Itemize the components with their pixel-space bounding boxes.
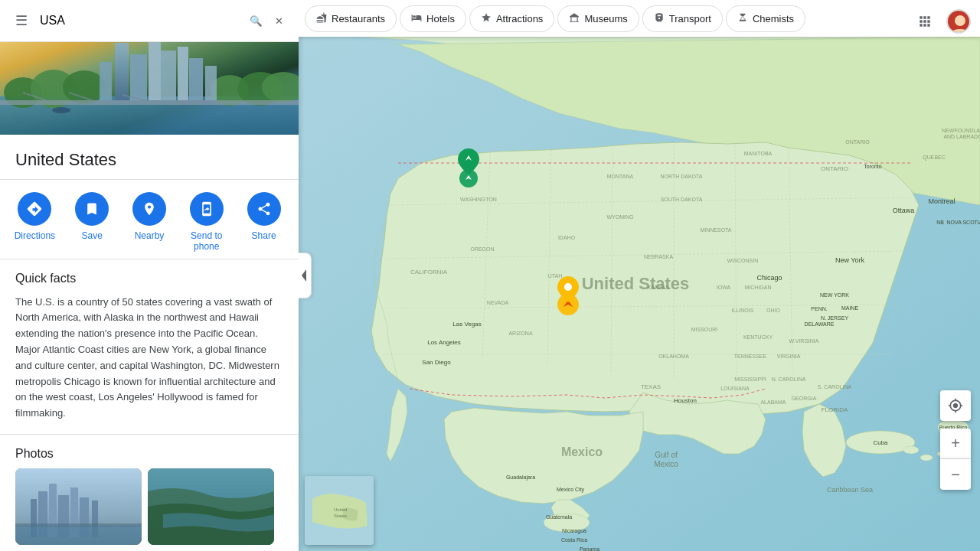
svg-text:KENTUCKY: KENTUCKY <box>743 334 773 340</box>
svg-text:OKLAHOMA: OKLAHOMA <box>658 354 689 359</box>
share-icon <box>256 201 272 217</box>
svg-text:United: United <box>334 507 347 512</box>
chemists-tab-label: Chemists <box>753 13 794 24</box>
svg-rect-15 <box>0 100 299 105</box>
svg-text:CALIFORNIA: CALIFORNIA <box>410 269 448 276</box>
svg-text:Guadalajara: Guadalajara <box>506 474 535 481</box>
menu-icon: ☰ <box>15 12 28 29</box>
tab-hotels[interactable]: Hotels <box>400 5 466 32</box>
svg-text:Las Vegas: Las Vegas <box>452 321 481 328</box>
svg-text:Gulf of: Gulf of <box>655 451 678 459</box>
svg-text:NEBRASKA: NEBRASKA <box>644 254 673 259</box>
share-icon-circle <box>247 192 281 226</box>
svg-text:Chicago: Chicago <box>756 274 782 282</box>
svg-text:VIRGINIA: VIRGINIA <box>777 354 801 359</box>
search-button[interactable]: 🔍 <box>243 9 269 33</box>
svg-text:Caribbean Sea: Caribbean Sea <box>827 486 873 494</box>
svg-text:NORTH DAKOTA: NORTH DAKOTA <box>661 174 703 179</box>
tab-restaurants[interactable]: Restaurants <box>305 5 397 32</box>
photo-thumb-2[interactable] <box>148 468 274 545</box>
send-to-phone-icon-circle <box>190 192 224 226</box>
tab-attractions[interactable]: Attractions <box>469 5 554 32</box>
zoom-in-button[interactable]: + <box>940 429 971 459</box>
locate-icon <box>948 398 963 413</box>
svg-text:Toronto: Toronto <box>864 164 881 169</box>
save-action[interactable]: Save <box>69 192 115 253</box>
svg-text:NEVADA: NEVADA <box>487 300 509 305</box>
map-container[interactable]: United States Mexico Gulf of Mexico Cari… <box>299 37 980 551</box>
user-avatar[interactable] <box>946 9 971 34</box>
search-input[interactable] <box>40 14 237 28</box>
share-label: Share <box>252 230 276 241</box>
collapse-sidebar-button[interactable] <box>299 253 312 298</box>
svg-text:Montreal: Montreal <box>928 197 955 205</box>
svg-text:IDAHO: IDAHO <box>558 235 576 240</box>
attractions-tab-label: Attractions <box>496 13 543 24</box>
svg-text:SOUTH DAKOTA: SOUTH DAKOTA <box>661 197 703 202</box>
svg-text:MANITOBA: MANITOBA <box>744 151 773 156</box>
tab-museums[interactable]: Museums <box>557 5 639 32</box>
search-icon: 🔍 <box>250 15 263 27</box>
map-preview-thumbnail[interactable]: United States <box>305 476 374 545</box>
svg-text:GEORGIA: GEORGIA <box>792 396 817 401</box>
map-pin-washington <box>458 148 479 178</box>
svg-text:San Diego: San Diego <box>422 359 451 366</box>
zoom-out-icon: − <box>951 466 960 484</box>
svg-point-3 <box>63 70 106 104</box>
svg-text:ARIZONA: ARIZONA <box>508 331 532 336</box>
svg-text:New York: New York <box>835 256 865 264</box>
svg-point-39 <box>903 446 919 454</box>
close-button[interactable]: ✕ <box>269 9 289 33</box>
save-icon <box>84 201 100 217</box>
svg-text:Mexico: Mexico <box>654 460 678 468</box>
svg-text:AND LABRADOR: AND LABRADOR <box>943 134 980 139</box>
svg-text:WASHINGTON: WASHINGTON <box>460 197 497 202</box>
svg-text:NB: NB <box>936 220 944 225</box>
place-name: United States <box>15 150 283 170</box>
svg-text:WISCONSIN: WISCONSIN <box>727 258 758 263</box>
svg-text:Houston: Houston <box>674 397 697 404</box>
svg-text:WYOMING: WYOMING <box>607 214 634 220</box>
quick-facts-section: Quick facts The U.S. is a country of 50 … <box>0 259 299 435</box>
svg-text:IOWA: IOWA <box>717 285 731 290</box>
svg-point-19 <box>52 107 70 113</box>
google-apps-button[interactable] <box>910 6 940 37</box>
send-to-phone-action[interactable]: Send to phone <box>184 192 230 253</box>
menu-button[interactable]: ☰ <box>9 6 34 35</box>
svg-text:NEWFOUNDLAND: NEWFOUNDLAND <box>942 128 980 133</box>
nearby-action[interactable]: Nearby <box>126 192 172 253</box>
svg-text:MISSOURI: MISSOURI <box>691 327 718 332</box>
svg-text:NEW YORK: NEW YORK <box>820 292 849 298</box>
send-to-phone-label: Send to phone <box>191 230 222 253</box>
directions-action[interactable]: Directions <box>11 192 57 253</box>
share-action[interactable]: Share <box>241 192 287 253</box>
zoom-out-button[interactable]: − <box>940 459 971 490</box>
svg-text:PENN.: PENN. <box>811 306 827 311</box>
svg-text:OREGON: OREGON <box>470 246 494 252</box>
photo-thumb-1[interactable] <box>15 468 142 545</box>
locate-button[interactable] <box>940 390 971 421</box>
apps-icon <box>917 14 933 29</box>
close-icon: ✕ <box>275 15 283 27</box>
svg-text:ALABAMA: ALABAMA <box>760 399 786 405</box>
directions-icon <box>27 201 42 217</box>
hotels-icon <box>411 12 422 25</box>
tab-transport[interactable]: Transport <box>642 5 723 32</box>
place-name-section: United States <box>0 135 299 180</box>
svg-rect-13 <box>205 66 217 100</box>
svg-text:MICHIGAN: MICHIGAN <box>745 285 772 290</box>
svg-text:ILLINOIS: ILLINOIS <box>732 308 754 313</box>
svg-text:ONTARIO: ONTARIO <box>845 139 870 145</box>
svg-text:N. CAROLINA: N. CAROLINA <box>772 377 806 382</box>
restaurants-tab-label: Restaurants <box>332 13 385 24</box>
map-zoom-controls: + − <box>940 429 971 490</box>
tab-chemists[interactable]: Chemists <box>726 5 805 32</box>
quick-facts-text: The U.S. is a country of 50 states cover… <box>15 295 283 422</box>
nearby-label: Nearby <box>135 230 165 241</box>
svg-text:TEXAS: TEXAS <box>641 383 661 390</box>
attractions-icon <box>481 12 492 25</box>
svg-text:KANSAS: KANSAS <box>648 285 670 290</box>
transport-tab-label: Transport <box>669 13 711 24</box>
svg-rect-10 <box>161 51 176 100</box>
svg-rect-8 <box>130 54 147 100</box>
